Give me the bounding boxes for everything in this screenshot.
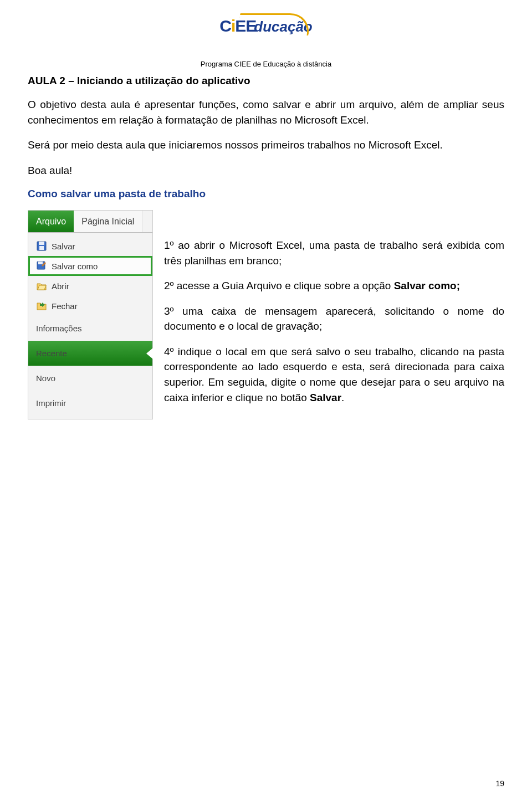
step-4: 4º indique o local em que será salvo o s… — [164, 344, 504, 405]
menu-item-salvar[interactable]: Salvar — [28, 236, 152, 256]
open-icon — [36, 280, 47, 291]
close-file-icon — [36, 300, 47, 311]
menu-item-abrir[interactable]: Abrir — [28, 276, 152, 296]
step-2-text: 2º acesse a Guia Arquivo e clique sobre … — [164, 280, 394, 291]
section-subtitle: Como salvar uma pasta de trabalho — [28, 188, 504, 200]
tab-arquivo[interactable]: Arquivo — [28, 211, 74, 232]
menu-item-informacoes-label: Informações — [36, 324, 82, 333]
menu-item-salvar-como[interactable]: Salvar como — [28, 256, 152, 276]
menu-item-salvar-como-label: Salvar como — [52, 262, 98, 271]
menu-item-fechar-label: Fechar — [52, 301, 78, 311]
menu-item-imprimir-label: Imprimir — [36, 398, 66, 408]
step-1: 1º ao abrir o Microsoft Excel, uma pasta… — [164, 238, 504, 268]
step-2-bold: Salvar como; — [394, 280, 460, 291]
menu-item-salvar-label: Salvar — [52, 242, 75, 251]
menu-item-abrir-label: Abrir — [52, 281, 69, 291]
paragraph-1: O objetivo desta aula é apresentar funçõ… — [28, 97, 504, 127]
svg-rect-1 — [39, 242, 44, 245]
paragraph-2: Será por meio desta aula que iniciaremos… — [28, 137, 504, 153]
tab-pagina-inicial-label: Página Inicial — [81, 217, 134, 227]
logo-area: CiEEducação — [28, 17, 504, 55]
step-4-bold: Salvar — [310, 392, 341, 403]
tab-pagina-inicial[interactable]: Página Inicial — [74, 211, 142, 232]
tab-arquivo-label: Arquivo — [36, 217, 66, 227]
excel-file-menu: Arquivo Página Inicial Salvar Sa — [28, 210, 153, 419]
program-line: Programa CIEE de Educação à distância — [28, 60, 504, 68]
menu-item-recente[interactable]: Recente — [28, 341, 152, 366]
save-icon — [36, 240, 47, 252]
menu-item-novo[interactable]: Novo — [28, 366, 152, 391]
save-as-icon — [36, 260, 47, 272]
ciee-logo: CiEEducação — [211, 17, 321, 55]
paragraph-3: Boa aula! — [28, 163, 504, 178]
svg-rect-4 — [38, 262, 43, 264]
page-number: 19 — [495, 779, 504, 788]
step-2: 2º acesse a Guia Arquivo e clique sobre … — [164, 278, 504, 294]
lesson-title: AULA 2 – Iniciando a utilização do aplic… — [28, 75, 504, 87]
chevron-right-icon — [146, 348, 153, 359]
menu-item-fechar[interactable]: Fechar — [28, 296, 152, 316]
svg-rect-2 — [39, 246, 44, 250]
menu-item-recente-label: Recente — [36, 349, 67, 358]
menu-item-informacoes[interactable]: Informações — [28, 316, 152, 341]
step-4-post: . — [341, 392, 344, 403]
menu-item-imprimir[interactable]: Imprimir — [28, 391, 152, 416]
step-3: 3º uma caixa de mensagem aparecerá, soli… — [164, 304, 504, 334]
menu-item-novo-label: Novo — [36, 373, 55, 383]
